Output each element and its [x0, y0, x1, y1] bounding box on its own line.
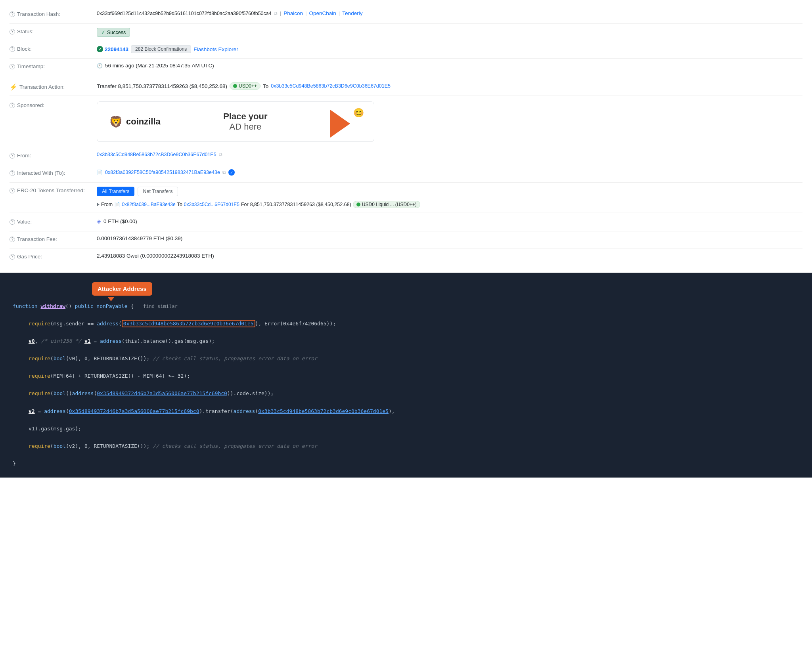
- value-value-row: ◈ 0 ETH ($0.00): [97, 218, 802, 224]
- all-transfers-tab[interactable]: All Transfers: [97, 187, 134, 196]
- help-icon-block: ?: [10, 46, 15, 52]
- eth-icon: ◈: [97, 218, 101, 224]
- tx-fee-value: 0.00019736143849779 ETH ($0.39): [97, 235, 182, 241]
- help-icon-timestamp: ?: [10, 64, 15, 69]
- sponsored-label: ? Sponsored:: [10, 101, 97, 108]
- sponsored-value-row: 🦁 coinzilla Place your AD here 😊: [97, 101, 802, 142]
- erc20-label: ? ERC-20 Tokens Transferred:: [10, 187, 97, 193]
- lightning-icon: ⚡: [10, 83, 17, 91]
- from-value-row: 0x3b33c5Cd948Be5863b72cB3D6e9C0b36E67d01…: [97, 152, 802, 157]
- timestamp-value-row: 🕐 56 mins ago (Mar-21-2025 08:47:35 AM U…: [97, 63, 802, 69]
- help-icon-tx-fee: ?: [10, 237, 15, 242]
- usd0-token-badge: USD0++: [230, 82, 260, 90]
- help-icon-from: ?: [10, 153, 15, 159]
- erc20-value-row: All Transfers Net Transfers From 📄 0x82f…: [97, 187, 802, 208]
- triangle-indicator: [97, 203, 100, 206]
- triangle-shape: [330, 110, 350, 138]
- from-contract-icon: 📄: [114, 202, 120, 207]
- gas-price-value-row: 2.43918083 Gwei (0.000000002243918083 ET…: [97, 253, 802, 259]
- interacted-addr-link[interactable]: 0x82f3a0392F58C50fa90542519832471BaE93e4…: [105, 170, 220, 175]
- code-line-5: require(bool((address(0x35d8949372d46b7a…: [13, 389, 799, 398]
- tx-action-label: ⚡ Transaction Action:: [10, 82, 97, 91]
- tx-fee-label: ? Transaction Fee:: [10, 235, 97, 242]
- block-label: ? Block:: [10, 45, 97, 52]
- tx-hash-label: ? Transaction Hash:: [10, 10, 97, 17]
- block-value-row: 22094143 282 Block Confirmations Flashbo…: [97, 45, 802, 53]
- code-line-1: require(msg.sender == address(0x3b33c5cd…: [13, 319, 799, 328]
- ad-arrow-graphic: 😊: [330, 110, 362, 134]
- code-line-6: v2 = address(0x35d8949372d46b7a3d5a56006…: [13, 407, 799, 416]
- tx-action-to-text: To: [263, 83, 268, 89]
- attacker-callout-wrapper: Attacker Address: [92, 282, 152, 301]
- tx-hash-value-row: 0x33bf669d125d11c432ac9b52b9d56161101c07…: [97, 10, 802, 16]
- contract-icon: 📄: [97, 170, 103, 175]
- code-line-function: function withdraw() public nonPayable { …: [13, 302, 799, 311]
- help-icon-interacted: ?: [10, 170, 15, 176]
- code-block: function withdraw() public nonPayable { …: [13, 302, 799, 468]
- openchain-link[interactable]: OpenChain: [309, 10, 336, 16]
- help-icon-status: ?: [10, 29, 15, 34]
- gas-price-label: ? Gas Price:: [10, 253, 97, 260]
- phalcon-link[interactable]: Phalcon: [283, 10, 303, 16]
- code-line-3: require(bool(v0), 0, RETURNDATASIZE()); …: [13, 354, 799, 363]
- value-value: 0 ETH ($0.00): [103, 218, 137, 224]
- callout-arrow: [108, 297, 114, 301]
- code-line-8: require(bool(v2), 0, RETURNDATASIZE()); …: [13, 442, 799, 451]
- transfer-detail-row: From 📄 0x82f3a039...BaE93e43e To 0x3b33c…: [97, 201, 802, 208]
- tx-hash-value: 0x33bf669d125d11c432ac9b52b9d56161101c07…: [97, 11, 272, 16]
- timestamp-label: ? Timestamp:: [10, 63, 97, 69]
- attacker-callout-badge: Attacker Address: [92, 282, 152, 296]
- ad-text: Place your AD here: [223, 111, 267, 132]
- tx-action-text: Transfer 8,851,750.373778311459263 ($8,4…: [97, 83, 227, 89]
- help-icon-value: ?: [10, 219, 15, 225]
- verified-icon: ✓: [228, 169, 235, 176]
- tx-action-to-addr-link[interactable]: 0x3b33c5Cd948Be5863b72cB3D6e9C0b36E67d01…: [271, 83, 391, 89]
- from-label: ? From:: [10, 152, 97, 159]
- help-icon-gas: ?: [10, 254, 15, 260]
- help-icon-tx: ?: [10, 11, 15, 17]
- block-confirmations-badge: 282 Block Confirmations: [131, 45, 191, 53]
- coinzilla-logo: 🦁 coinzilla: [109, 115, 161, 128]
- timestamp-value: 🕐 56 mins ago (Mar-21-2025 08:47:35 AM U…: [97, 63, 214, 69]
- tx-fee-value-row: 0.00019736143849779 ETH ($0.39): [97, 235, 802, 241]
- help-icon-erc20: ?: [10, 188, 15, 193]
- status-label: ? Status:: [10, 28, 97, 34]
- code-section: Attacker Address function withdraw() pub…: [0, 273, 812, 478]
- coinzilla-emoji: 🦁: [109, 115, 123, 128]
- interacted-copy-icon[interactable]: ⧉: [222, 170, 226, 175]
- from-copy-icon[interactable]: ⧉: [219, 152, 222, 157]
- tx-hash-copy-icon[interactable]: ⧉: [274, 11, 278, 16]
- status-value-row: Success: [97, 28, 802, 37]
- tenderly-link[interactable]: Tenderly: [342, 10, 362, 16]
- emoji-box: 😊: [353, 108, 364, 118]
- block-number-link[interactable]: 22094143: [97, 46, 128, 52]
- tx-action-value-row: Transfer 8,851,750.373778311459263 ($8,4…: [97, 82, 802, 90]
- sponsored-box[interactable]: 🦁 coinzilla Place your AD here 😊: [97, 101, 374, 142]
- code-line-closing: }: [13, 459, 799, 468]
- token-dot: [356, 203, 360, 206]
- value-label: ? Value:: [10, 218, 97, 225]
- code-line-4: require(MEM[64] + RETURNDATASIZE() - MEM…: [13, 372, 799, 380]
- interacted-value-row: 📄 0x82f3a0392F58C50fa90542519832471BaE93…: [97, 169, 802, 176]
- transfer-to-addr[interactable]: 0x3b33c5Cd...6E67d01E5: [184, 202, 239, 207]
- attacker-addr-highlight: 0x3b33c5cd948be5863b72cb3d6e9c0b36e67d01…: [122, 320, 255, 327]
- code-line-2: v0, /* uint256 */ v1 = address(this).bal…: [13, 337, 799, 346]
- clock-icon: 🕐: [97, 63, 103, 69]
- transfer-amount: 8,851,750.373778311459263 ($8,450,252.68…: [250, 202, 351, 207]
- net-transfers-tab[interactable]: Net Transfers: [138, 187, 178, 196]
- interacted-label: ? Interacted With (To):: [10, 169, 97, 176]
- usd0-dot: [233, 84, 237, 88]
- flashbots-explorer-link[interactable]: Flashbots Explorer: [193, 46, 238, 52]
- transfer-from-addr[interactable]: 0x82f3a039...BaE93e43e: [122, 202, 175, 207]
- code-line-7: v1).gas(msg.gas);: [13, 424, 799, 433]
- from-addr-link[interactable]: 0x3b33c5Cd948Be5863b72cB3D6e9C0b36E67d01…: [97, 152, 216, 157]
- help-icon-sponsored: ?: [10, 103, 15, 108]
- transfer-token-badge: USD0 Liquid ... (USD0++): [353, 201, 420, 208]
- arrow-shape: 😊: [330, 110, 362, 134]
- gas-price-value: 2.43918083 Gwei (0.000000002243918083 ET…: [97, 253, 214, 259]
- transfers-tabs: All Transfers Net Transfers: [97, 187, 178, 196]
- status-badge: Success: [97, 28, 130, 37]
